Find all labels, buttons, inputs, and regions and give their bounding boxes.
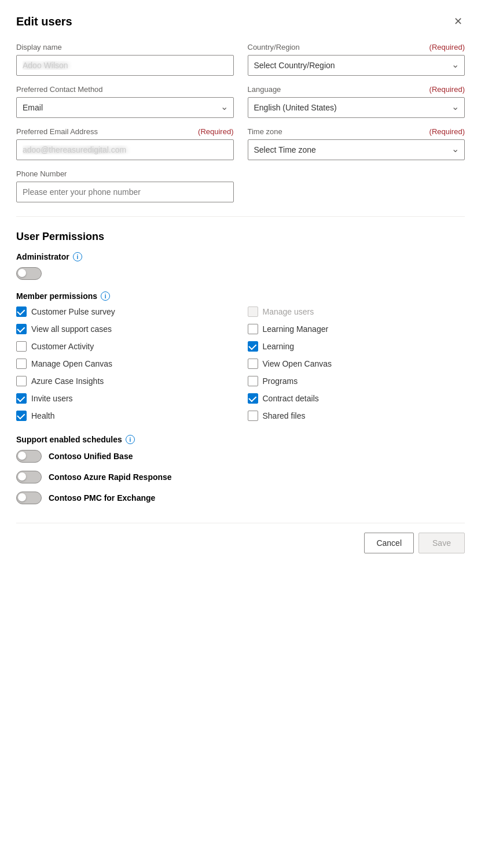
permission-checkbox-manage_open_canvas[interactable]	[16, 359, 27, 369]
display-name-field: Display name	[16, 43, 234, 76]
permissions-section-title: User Permissions	[16, 231, 465, 243]
permission-label-view_open_canvas: View Open Canvas	[263, 359, 332, 368]
permission-item-customer_activity: Customer Activity	[16, 341, 234, 352]
permission-label-manage_open_canvas: Manage Open Canvas	[31, 359, 112, 368]
schedule-toggle-contoso_pmc[interactable]	[16, 492, 42, 504]
admin-toggle[interactable]	[16, 267, 42, 280]
schedule-label-contoso_pmc: Contoso PMC for Exchange	[49, 493, 155, 503]
permission-label-contract_details: Contract details	[263, 394, 319, 403]
contact-method-field: Preferred Contact Method Email Phone	[16, 85, 234, 118]
country-required: (Required)	[429, 43, 465, 51]
country-select-wrapper: Select Country/Region	[248, 55, 465, 76]
permission-checkbox-shared_files[interactable]	[248, 411, 258, 421]
contact-method-label: Preferred Contact Method	[16, 85, 234, 94]
email-label: Preferred Email Address (Required)	[16, 127, 234, 136]
contact-method-select-wrapper: Email Phone	[16, 97, 234, 118]
contact-method-select[interactable]: Email Phone	[16, 97, 234, 118]
permission-label-view_cases: View all support cases	[31, 324, 112, 334]
email-required: (Required)	[198, 127, 233, 136]
admin-label: Administrator	[16, 252, 69, 261]
phone-input[interactable]	[16, 182, 234, 202]
permission-checkbox-programs[interactable]	[248, 376, 258, 386]
timezone-label: Time zone (Required)	[248, 127, 465, 136]
permission-label-customer_activity: Customer Activity	[31, 342, 94, 351]
display-name-label: Display name	[16, 43, 234, 51]
permission-checkbox-view_open_canvas[interactable]	[248, 359, 258, 369]
permission-label-azure_case: Azure Case Insights	[31, 376, 104, 386]
permission-label-customer_pulse: Customer Pulse survey	[31, 307, 115, 316]
timezone-select[interactable]: Select Time zone	[248, 139, 465, 160]
timezone-field: Time zone (Required) Select Time zone	[248, 127, 465, 160]
email-input[interactable]	[16, 139, 234, 160]
permission-item-shared_files: Shared files	[248, 411, 465, 421]
permission-checkbox-customer_activity[interactable]	[16, 341, 27, 352]
permissions-grid: Customer Pulse surveyManage usersView al…	[16, 306, 465, 421]
language-required: (Required)	[429, 85, 465, 94]
schedule-toggle-contoso_azure[interactable]	[16, 471, 42, 483]
permission-item-azure_case: Azure Case Insights	[16, 376, 234, 386]
permission-label-health: Health	[31, 411, 54, 420]
permission-item-programs: Programs	[248, 376, 465, 386]
permission-checkbox-health[interactable]	[16, 411, 27, 421]
permission-item-contract_details: Contract details	[248, 393, 465, 404]
permission-label-programs: Programs	[263, 376, 298, 386]
email-field: Preferred Email Address (Required)	[16, 127, 234, 160]
permission-label-invite_users: Invite users	[31, 394, 73, 403]
admin-subsection: Administrator i	[16, 252, 465, 261]
phone-field: Phone Number	[16, 169, 234, 202]
permission-label-shared_files: Shared files	[263, 411, 306, 420]
permission-item-customer_pulse: Customer Pulse survey	[16, 306, 234, 317]
cancel-button[interactable]: Cancel	[364, 533, 414, 553]
country-field: Country/Region (Required) Select Country…	[248, 43, 465, 76]
permission-checkbox-learning[interactable]	[248, 341, 258, 352]
schedule-label-contoso_azure: Contoso Azure Rapid Response	[49, 472, 172, 482]
permission-item-manage_open_canvas: Manage Open Canvas	[16, 359, 234, 369]
permission-checkbox-azure_case[interactable]	[16, 376, 27, 386]
permission-item-invite_users: Invite users	[16, 393, 234, 404]
modal-title: Edit users	[16, 15, 72, 28]
member-info-icon[interactable]: i	[101, 291, 110, 301]
permission-checkbox-view_cases[interactable]	[16, 324, 27, 334]
permission-checkbox-manage_users	[248, 306, 258, 317]
form-grid: Display name Country/Region (Required) S…	[16, 43, 465, 202]
language-field: Language (Required) English (United Stat…	[248, 85, 465, 118]
schedule-label-contoso_unified: Contoso Unified Base	[49, 452, 133, 461]
schedule-item-contoso_pmc: Contoso PMC for Exchange	[16, 492, 465, 504]
language-label: Language (Required)	[248, 85, 465, 94]
modal-header: Edit users ✕	[16, 14, 465, 29]
language-select-wrapper: English (United States)	[248, 97, 465, 118]
member-permissions-label: Member permissions i	[16, 291, 465, 301]
country-label: Country/Region (Required)	[248, 43, 465, 51]
save-button[interactable]: Save	[418, 533, 465, 553]
member-label: Member permissions	[16, 291, 97, 301]
schedules-section: Support enabled schedules i Contoso Unif…	[16, 435, 465, 504]
schedule-item-contoso_azure: Contoso Azure Rapid Response	[16, 471, 465, 483]
permission-item-view_cases: View all support cases	[16, 324, 234, 334]
close-button[interactable]: ✕	[451, 14, 465, 29]
edit-users-modal: Edit users ✕ Display name Country/Region…	[0, 0, 481, 868]
schedules-list: Contoso Unified BaseContoso Azure Rapid …	[16, 450, 465, 504]
permission-checkbox-invite_users[interactable]	[16, 393, 27, 404]
permission-item-manage_users: Manage users	[248, 306, 465, 317]
phone-label: Phone Number	[16, 169, 234, 178]
country-select[interactable]: Select Country/Region	[248, 55, 465, 76]
schedule-toggle-contoso_unified[interactable]	[16, 450, 42, 463]
permission-label-manage_users: Manage users	[263, 307, 314, 316]
section-divider-1	[16, 216, 465, 217]
timezone-required: (Required)	[429, 127, 465, 136]
language-select[interactable]: English (United States)	[248, 97, 465, 118]
display-name-input[interactable]	[16, 55, 234, 76]
permission-checkbox-learning_manager[interactable]	[248, 324, 258, 334]
user-permissions-section: User Permissions Administrator i Member …	[16, 231, 465, 421]
admin-toggle-wrap	[16, 267, 465, 280]
schedules-title: Support enabled schedules	[16, 435, 122, 444]
timezone-select-wrapper: Select Time zone	[248, 139, 465, 160]
permission-item-view_open_canvas: View Open Canvas	[248, 359, 465, 369]
schedule-item-contoso_unified: Contoso Unified Base	[16, 450, 465, 463]
admin-info-icon[interactable]: i	[73, 252, 82, 261]
permission-checkbox-customer_pulse[interactable]	[16, 306, 27, 317]
permission-item-health: Health	[16, 411, 234, 421]
permission-checkbox-contract_details[interactable]	[248, 393, 258, 404]
permission-item-learning_manager: Learning Manager	[248, 324, 465, 334]
schedules-info-icon[interactable]: i	[126, 435, 135, 444]
